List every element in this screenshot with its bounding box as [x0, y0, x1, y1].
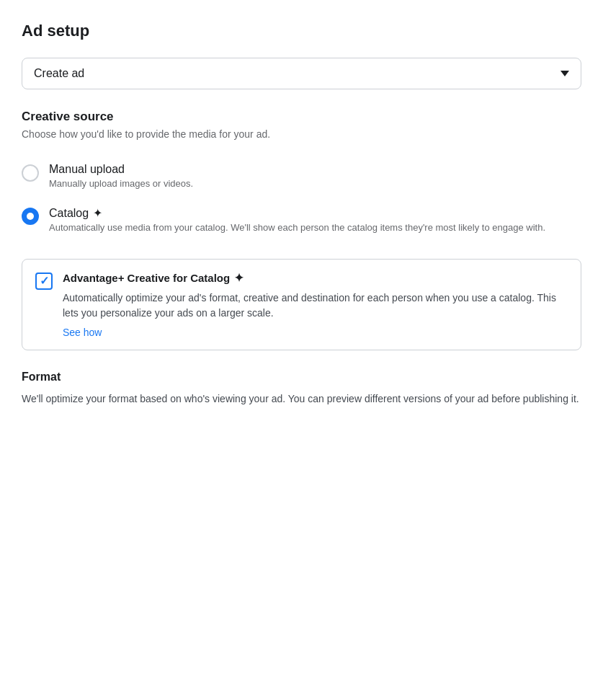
radio-option-manual[interactable]: Manual upload Manually upload images or … — [22, 154, 581, 198]
creative-source-label: Creative source — [22, 110, 581, 124]
radio-title-catalog: Catalog ✦ — [49, 206, 545, 220]
sparkle-icon-catalog: ✦ — [93, 206, 102, 220]
advantage-creative-checkbox[interactable]: ✓ — [35, 273, 53, 290]
advantage-creative-section: ✓ Advantage+ Creative for Catalog ✦ Auto… — [22, 259, 581, 350]
chevron-down-icon — [560, 71, 569, 76]
radio-circle-catalog — [22, 208, 39, 225]
radio-circle-manual — [22, 164, 39, 182]
format-section: Format We'll optimize your format based … — [22, 371, 581, 407]
sparkle-icon-advantage: ✦ — [234, 271, 244, 285]
radio-option-catalog[interactable]: Catalog ✦ Automatically use media from y… — [22, 198, 581, 242]
creative-source-section: Creative source Choose how you'd like to… — [22, 110, 581, 242]
radio-title-manual: Manual upload — [49, 163, 193, 176]
advantage-creative-title: Advantage+ Creative for Catalog ✦ — [63, 271, 568, 285]
create-ad-dropdown[interactable]: Create ad — [22, 58, 581, 89]
dropdown-label: Create ad — [34, 67, 84, 80]
creative-source-radio-group: Manual upload Manually upload images or … — [22, 154, 581, 242]
page-title: Ad setup — [22, 22, 581, 40]
format-title: Format — [22, 371, 581, 384]
radio-subtitle-catalog: Automatically use media from your catalo… — [49, 222, 545, 233]
creative-source-description: Choose how you'd like to provide the med… — [22, 128, 581, 140]
see-how-link[interactable]: See how — [63, 327, 568, 338]
advantage-creative-description: Automatically optimize your ad's format,… — [63, 291, 568, 321]
radio-content-manual: Manual upload Manually upload images or … — [49, 163, 193, 189]
advantage-creative-content: Advantage+ Creative for Catalog ✦ Automa… — [63, 271, 568, 338]
radio-content-catalog: Catalog ✦ Automatically use media from y… — [49, 206, 545, 233]
format-description: We'll optimize your format based on who'… — [22, 391, 581, 407]
ad-setup-dropdown-wrapper: Create ad — [22, 58, 581, 89]
radio-subtitle-manual: Manually upload images or videos. — [49, 178, 193, 189]
checkmark-icon: ✓ — [40, 275, 49, 287]
